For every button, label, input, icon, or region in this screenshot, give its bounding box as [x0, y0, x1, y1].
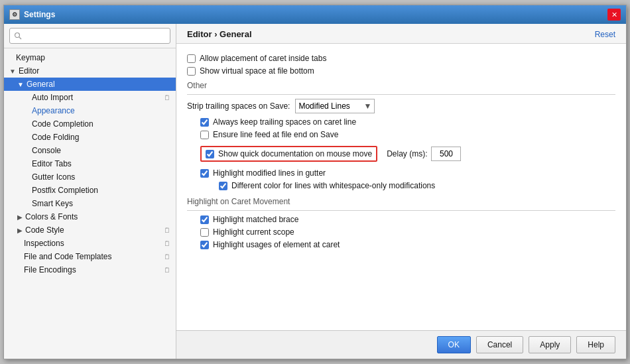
always-keep-trailing-row: Always keep trailing spaces on caret lin…	[187, 117, 615, 127]
window-icon: ⚙	[9, 9, 20, 20]
sidebar-item-auto-import[interactable]: Auto Import🗒	[4, 91, 176, 104]
sidebar-item-editor[interactable]: ▼Editor	[4, 64, 176, 78]
highlight-scope-checkbox[interactable]	[200, 228, 209, 237]
apply-button[interactable]: Apply	[529, 336, 571, 353]
cancel-button[interactable]: Cancel	[476, 336, 523, 353]
strip-trailing-value: Modified Lines	[298, 101, 349, 111]
title-bar: ⚙ Settings ✕	[4, 5, 626, 24]
always-keep-trailing-checkbox[interactable]	[200, 118, 209, 127]
settings-window: ⚙ Settings ✕ Keymap▼Editor▼GeneralAuto I…	[3, 5, 627, 359]
sidebar-item-label: Editor Tabs	[32, 159, 72, 168]
sidebar-item-postfix-completion[interactable]: Postfix Completion	[4, 184, 176, 197]
page-settings-icon: 🗒	[164, 267, 170, 274]
virtual-space-row: Show virtual space at file bottom	[187, 66, 615, 76]
highlight-usages-checkbox[interactable]	[200, 241, 209, 249]
sidebar-item-file-encodings[interactable]: File Encodings🗒	[4, 263, 176, 276]
page-settings-icon: 🗒	[164, 240, 170, 247]
dropdown-arrow-icon: ▼	[364, 101, 372, 111]
different-color-checkbox[interactable]	[219, 182, 227, 190]
ok-button[interactable]: OK	[437, 336, 471, 353]
panel-content: Allow placement of caret inside tabs Sho…	[176, 44, 626, 330]
highlight-modified-row: Highlight modified lines in gutter	[187, 168, 615, 178]
main-panel: Editor › General Reset Allow placement o…	[176, 24, 626, 359]
help-button[interactable]: Help	[576, 336, 615, 353]
show-quick-doc-row: Show quick documentation on mouse move D…	[187, 143, 615, 165]
sidebar-item-console[interactable]: Console	[4, 144, 176, 157]
virtual-space-label: Show virtual space at file bottom	[200, 66, 314, 76]
sidebar-item-general[interactable]: ▼General	[4, 78, 176, 91]
highlight-modified-label: Highlight modified lines in gutter	[213, 168, 326, 178]
sidebar-item-label: Colors & Fonts	[25, 212, 78, 221]
settings-tree: Keymap▼Editor▼GeneralAuto Import🗒Appeara…	[4, 48, 176, 359]
section-divider-other	[187, 94, 615, 95]
highlight-scope-label: Highlight current scope	[213, 227, 294, 237]
caret-inside-tabs-label: Allow placement of caret inside tabs	[200, 54, 326, 63]
page-settings-icon: 🗒	[164, 227, 170, 234]
sidebar-item-label: Console	[32, 146, 61, 155]
strip-trailing-dropdown[interactable]: Modified Lines ▼	[295, 99, 375, 113]
sidebar-item-colors-fonts[interactable]: ▶Colors & Fonts	[4, 210, 176, 223]
sidebar-item-appearance[interactable]: Appearance	[4, 104, 176, 117]
sidebar-item-label: Gutter Icons	[32, 172, 75, 182]
breadcrumb: Editor › General	[187, 29, 252, 39]
caret-inside-tabs-checkbox[interactable]	[187, 54, 196, 63]
other-section-label: Other	[187, 81, 615, 90]
highlight-matched-checkbox[interactable]	[200, 215, 209, 224]
ensure-line-feed-checkbox[interactable]	[200, 131, 209, 139]
sidebar-item-label: Appearance	[32, 106, 75, 115]
sidebar-item-label: Code Folding	[32, 133, 79, 142]
sidebar-item-label: Code Completion	[32, 119, 94, 129]
window-title: Settings	[24, 10, 607, 19]
different-color-row: Different color for lines with whitespac…	[187, 181, 615, 190]
sidebar-item-editor-tabs[interactable]: Editor Tabs	[4, 157, 176, 170]
highlight-matched-row: Highlight matched brace	[187, 215, 615, 224]
search-box	[4, 24, 176, 48]
page-settings-icon: 🗒	[164, 94, 170, 101]
tree-arrow-icon: ▼	[9, 68, 16, 75]
sidebar-item-label: General	[27, 80, 55, 89]
sidebar-item-label: Editor	[19, 66, 39, 76]
show-quick-doc-label: Show quick documentation on mouse move	[218, 149, 372, 158]
sidebar-item-smart-keys[interactable]: Smart Keys	[4, 197, 176, 210]
highlight-caret-section-label: Highlight on Caret Movement	[187, 197, 615, 206]
delay-label: Delay (ms):	[387, 149, 427, 158]
delay-input[interactable]	[431, 147, 461, 161]
highlight-usages-label: Highlight usages of element at caret	[213, 240, 340, 249]
sidebar-item-label: Keymap	[16, 53, 45, 62]
ensure-line-feed-label: Ensure line feed at file end on Save	[213, 130, 338, 139]
sidebar-item-code-style[interactable]: ▶Code Style🗒	[4, 223, 176, 237]
section-divider-caret	[187, 210, 615, 211]
show-quick-doc-highlight: Show quick documentation on mouse move	[200, 146, 377, 162]
tree-arrow-icon: ▶	[17, 227, 23, 234]
virtual-space-checkbox[interactable]	[187, 67, 196, 76]
footer: OK Cancel Apply Help	[176, 330, 626, 359]
sidebar-item-label: Auto Import	[32, 93, 73, 102]
sidebar-item-inspections[interactable]: Inspections🗒	[4, 237, 176, 250]
delay-group: Delay (ms):	[387, 147, 461, 161]
caret-inside-tabs-row: Allow placement of caret inside tabs	[187, 54, 615, 63]
sidebar-item-label: Code Style	[25, 225, 64, 235]
reset-link[interactable]: Reset	[595, 30, 615, 39]
sidebar: Keymap▼Editor▼GeneralAuto Import🗒Appeara…	[4, 24, 176, 359]
sidebar-item-label: File Encodings	[24, 265, 76, 274]
different-color-label: Different color for lines with whitespac…	[231, 181, 435, 190]
highlight-modified-checkbox[interactable]	[200, 169, 209, 178]
sidebar-item-label: Smart Keys	[32, 199, 73, 208]
main-content: Keymap▼Editor▼GeneralAuto Import🗒Appeara…	[4, 24, 626, 359]
show-quick-doc-checkbox[interactable]	[206, 150, 214, 158]
page-settings-icon: 🗒	[164, 253, 170, 261]
sidebar-item-keymap[interactable]: Keymap	[4, 51, 176, 64]
sidebar-item-file-code-templates[interactable]: File and Code Templates🗒	[4, 250, 176, 263]
tree-arrow-icon: ▼	[17, 81, 24, 88]
close-button[interactable]: ✕	[607, 9, 621, 21]
sidebar-item-label: Inspections	[24, 239, 64, 248]
sidebar-item-label: Postfix Completion	[32, 186, 98, 195]
sidebar-item-gutter-icons[interactable]: Gutter Icons	[4, 170, 176, 184]
sidebar-item-label: File and Code Templates	[24, 252, 112, 261]
sidebar-item-code-folding[interactable]: Code Folding	[4, 131, 176, 144]
strip-trailing-row: Strip trailing spaces on Save: Modified …	[187, 99, 615, 113]
tree-arrow-icon: ▶	[17, 213, 23, 221]
panel-header: Editor › General Reset	[176, 24, 626, 44]
search-input[interactable]	[9, 28, 170, 44]
sidebar-item-code-completion[interactable]: Code Completion	[4, 117, 176, 131]
